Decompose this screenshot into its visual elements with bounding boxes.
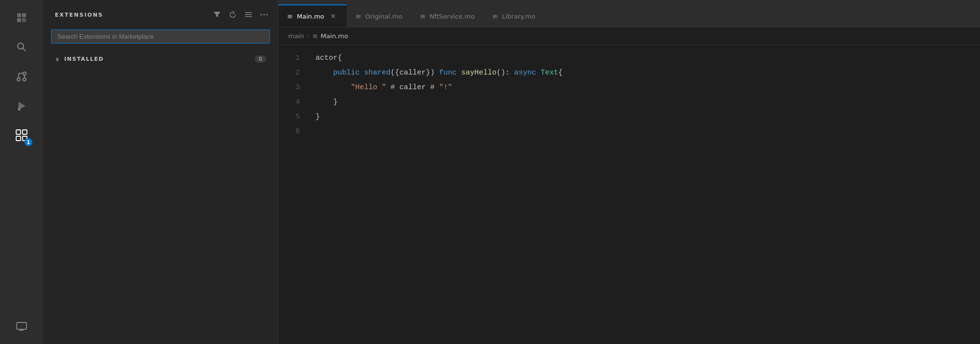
svg-rect-22 <box>245 14 252 15</box>
line-num-1: 1 <box>278 51 300 66</box>
svg-rect-0 <box>17 13 21 17</box>
sidebar-actions <box>211 9 270 21</box>
installed-label: ∨ INSTALLED <box>55 56 104 63</box>
tab-bar: ≡ Main.mo ✕ ≡ Original.mo ≡ NftService.m… <box>278 0 980 27</box>
svg-rect-13 <box>16 130 21 134</box>
breadcrumb-separator: › <box>307 32 309 40</box>
installed-section: ∨ INSTALLED 0 <box>43 49 278 69</box>
breadcrumb-main[interactable]: main <box>288 32 304 40</box>
svg-point-26 <box>267 14 268 16</box>
svg-point-25 <box>264 14 265 16</box>
main-mo-tab[interactable]: ≡ Main.mo ✕ <box>278 4 347 27</box>
installed-chevron-icon: ∨ <box>55 56 60 63</box>
nftservice-mo-tab-label: NftService.mo <box>430 13 475 20</box>
search-activity-icon[interactable] <box>8 33 35 61</box>
svg-rect-1 <box>22 13 26 17</box>
svg-rect-23 <box>245 16 252 17</box>
svg-line-5 <box>23 49 26 51</box>
line-num-2: 2 <box>278 66 300 80</box>
code-editor[interactable]: 1 2 3 4 5 6 actor{ public shared({caller… <box>278 45 980 344</box>
breadcrumb-file-label: Main.mo <box>321 32 348 40</box>
svg-point-20 <box>19 330 20 331</box>
explorer-icon[interactable] <box>8 4 35 31</box>
code-line-4: } <box>316 95 980 110</box>
breadcrumb: main › ≡ Main.mo <box>278 27 980 45</box>
remote-activity-icon[interactable] <box>8 313 35 340</box>
svg-rect-21 <box>245 12 252 13</box>
svg-point-6 <box>17 78 20 81</box>
sidebar-header: EXTENSIONS <box>43 0 278 27</box>
library-mo-tab-icon: ≡ <box>492 12 498 20</box>
code-line-2: public shared({caller}) func sayHello():… <box>316 66 980 80</box>
activity-bar: 1 <box>0 0 43 344</box>
breadcrumb-file[interactable]: ≡ Main.mo <box>313 32 348 40</box>
original-mo-tab-label: Original.mo <box>365 13 402 20</box>
svg-point-8 <box>23 78 26 81</box>
original-mo-tab[interactable]: ≡ Original.mo <box>347 4 411 27</box>
code-line-5: } <box>316 110 980 124</box>
run-debug-activity-icon[interactable] <box>8 92 35 120</box>
sidebar-title: EXTENSIONS <box>55 12 103 18</box>
clear-extensions-button[interactable] <box>243 9 254 21</box>
library-mo-tab[interactable]: ≡ Library.mo <box>484 4 544 27</box>
line-num-6: 6 <box>278 124 300 139</box>
more-extensions-button[interactable] <box>258 9 270 21</box>
editor-area: ≡ Main.mo ✕ ≡ Original.mo ≡ NftService.m… <box>278 0 980 344</box>
library-mo-tab-label: Library.mo <box>502 13 535 20</box>
installed-header[interactable]: ∨ INSTALLED 0 <box>51 53 270 65</box>
nftservice-mo-tab[interactable]: ≡ NftService.mo <box>411 4 484 27</box>
code-line-3: "Hello " # caller # "!" <box>316 80 980 95</box>
search-box-wrapper <box>43 27 278 49</box>
line-num-3: 3 <box>278 80 300 95</box>
main-mo-tab-label: Main.mo <box>297 13 324 20</box>
extensions-badge: 1 <box>24 138 32 146</box>
svg-point-4 <box>18 43 24 49</box>
breadcrumb-file-icon: ≡ <box>313 32 318 40</box>
main-mo-tab-close[interactable]: ✕ <box>328 11 338 21</box>
installed-count-badge: 0 <box>255 55 266 63</box>
svg-rect-15 <box>16 136 21 141</box>
svg-point-11 <box>18 108 21 111</box>
filter-extensions-button[interactable] <box>211 9 223 21</box>
original-mo-tab-icon: ≡ <box>356 12 362 20</box>
refresh-extensions-button[interactable] <box>227 9 239 21</box>
svg-rect-17 <box>17 322 26 329</box>
line-numbers: 1 2 3 4 5 6 <box>278 45 308 344</box>
svg-rect-14 <box>23 130 27 134</box>
search-extensions-input[interactable] <box>51 29 270 44</box>
nftservice-mo-tab-icon: ≡ <box>420 12 426 20</box>
code-line-1: actor{ <box>316 51 980 66</box>
main-mo-tab-icon: ≡ <box>287 12 293 20</box>
svg-rect-2 <box>17 18 21 22</box>
line-num-5: 5 <box>278 110 300 124</box>
source-control-activity-icon[interactable] <box>8 63 35 90</box>
sidebar: EXTENSIONS <box>43 0 278 344</box>
svg-point-7 <box>23 72 26 75</box>
extensions-activity-icon[interactable]: 1 <box>8 122 35 149</box>
svg-point-24 <box>261 14 262 16</box>
installed-text: INSTALLED <box>64 56 104 62</box>
svg-rect-3 <box>22 18 26 22</box>
code-line-6 <box>316 124 980 139</box>
code-content[interactable]: actor{ public shared({caller}) func sayH… <box>308 45 980 344</box>
line-num-4: 4 <box>278 95 300 110</box>
